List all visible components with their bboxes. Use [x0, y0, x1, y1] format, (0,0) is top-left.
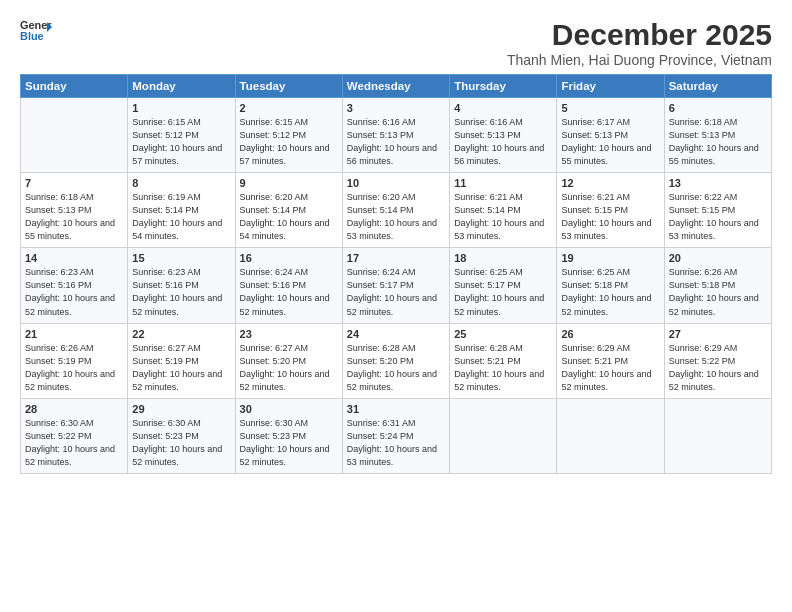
- cell-content: Sunrise: 6:19 AMSunset: 5:14 PMDaylight:…: [132, 191, 230, 243]
- calendar-cell: 27 Sunrise: 6:29 AMSunset: 5:22 PMDaylig…: [664, 323, 771, 398]
- calendar-cell: 9 Sunrise: 6:20 AMSunset: 5:14 PMDayligh…: [235, 173, 342, 248]
- calendar-cell: 30 Sunrise: 6:30 AMSunset: 5:23 PMDaylig…: [235, 398, 342, 473]
- cell-content: Sunrise: 6:30 AMSunset: 5:22 PMDaylight:…: [25, 417, 123, 469]
- day-number: 21: [25, 328, 123, 340]
- day-number: 17: [347, 252, 445, 264]
- cell-content: Sunrise: 6:23 AMSunset: 5:16 PMDaylight:…: [132, 266, 230, 318]
- cell-content: Sunrise: 6:29 AMSunset: 5:21 PMDaylight:…: [561, 342, 659, 394]
- title-block: December 2025 Thanh Mien, Hai Duong Prov…: [507, 18, 772, 68]
- day-number: 2: [240, 102, 338, 114]
- svg-text:Blue: Blue: [20, 30, 44, 42]
- day-number: 3: [347, 102, 445, 114]
- calendar-cell: 13 Sunrise: 6:22 AMSunset: 5:15 PMDaylig…: [664, 173, 771, 248]
- cell-content: Sunrise: 6:16 AMSunset: 5:13 PMDaylight:…: [347, 116, 445, 168]
- calendar-week-2: 7 Sunrise: 6:18 AMSunset: 5:13 PMDayligh…: [21, 173, 772, 248]
- day-number: 30: [240, 403, 338, 415]
- cell-content: Sunrise: 6:20 AMSunset: 5:14 PMDaylight:…: [347, 191, 445, 243]
- calendar-cell: 20 Sunrise: 6:26 AMSunset: 5:18 PMDaylig…: [664, 248, 771, 323]
- col-wednesday: Wednesday: [342, 75, 449, 98]
- header-row: Sunday Monday Tuesday Wednesday Thursday…: [21, 75, 772, 98]
- calendar-cell: 22 Sunrise: 6:27 AMSunset: 5:19 PMDaylig…: [128, 323, 235, 398]
- calendar-cell: 6 Sunrise: 6:18 AMSunset: 5:13 PMDayligh…: [664, 98, 771, 173]
- day-number: 4: [454, 102, 552, 114]
- cell-content: Sunrise: 6:30 AMSunset: 5:23 PMDaylight:…: [132, 417, 230, 469]
- cell-content: Sunrise: 6:26 AMSunset: 5:18 PMDaylight:…: [669, 266, 767, 318]
- day-number: 18: [454, 252, 552, 264]
- calendar-cell: 11 Sunrise: 6:21 AMSunset: 5:14 PMDaylig…: [450, 173, 557, 248]
- col-sunday: Sunday: [21, 75, 128, 98]
- calendar-cell: 10 Sunrise: 6:20 AMSunset: 5:14 PMDaylig…: [342, 173, 449, 248]
- calendar-cell: [450, 398, 557, 473]
- calendar-cell: 14 Sunrise: 6:23 AMSunset: 5:16 PMDaylig…: [21, 248, 128, 323]
- day-number: 19: [561, 252, 659, 264]
- col-friday: Friday: [557, 75, 664, 98]
- calendar-cell: 23 Sunrise: 6:27 AMSunset: 5:20 PMDaylig…: [235, 323, 342, 398]
- cell-content: Sunrise: 6:29 AMSunset: 5:22 PMDaylight:…: [669, 342, 767, 394]
- day-number: 28: [25, 403, 123, 415]
- col-monday: Monday: [128, 75, 235, 98]
- calendar-week-3: 14 Sunrise: 6:23 AMSunset: 5:16 PMDaylig…: [21, 248, 772, 323]
- calendar-week-1: 1 Sunrise: 6:15 AMSunset: 5:12 PMDayligh…: [21, 98, 772, 173]
- day-number: 6: [669, 102, 767, 114]
- calendar-week-4: 21 Sunrise: 6:26 AMSunset: 5:19 PMDaylig…: [21, 323, 772, 398]
- calendar-cell: 4 Sunrise: 6:16 AMSunset: 5:13 PMDayligh…: [450, 98, 557, 173]
- calendar-cell: 18 Sunrise: 6:25 AMSunset: 5:17 PMDaylig…: [450, 248, 557, 323]
- calendar-cell: 24 Sunrise: 6:28 AMSunset: 5:20 PMDaylig…: [342, 323, 449, 398]
- cell-content: Sunrise: 6:23 AMSunset: 5:16 PMDaylight:…: [25, 266, 123, 318]
- cell-content: Sunrise: 6:21 AMSunset: 5:15 PMDaylight:…: [561, 191, 659, 243]
- col-tuesday: Tuesday: [235, 75, 342, 98]
- day-number: 5: [561, 102, 659, 114]
- calendar-cell: 17 Sunrise: 6:24 AMSunset: 5:17 PMDaylig…: [342, 248, 449, 323]
- day-number: 7: [25, 177, 123, 189]
- day-number: 20: [669, 252, 767, 264]
- calendar-cell: 19 Sunrise: 6:25 AMSunset: 5:18 PMDaylig…: [557, 248, 664, 323]
- day-number: 29: [132, 403, 230, 415]
- day-number: 16: [240, 252, 338, 264]
- cell-content: Sunrise: 6:27 AMSunset: 5:19 PMDaylight:…: [132, 342, 230, 394]
- cell-content: Sunrise: 6:18 AMSunset: 5:13 PMDaylight:…: [25, 191, 123, 243]
- col-thursday: Thursday: [450, 75, 557, 98]
- cell-content: Sunrise: 6:25 AMSunset: 5:17 PMDaylight:…: [454, 266, 552, 318]
- calendar-cell: [557, 398, 664, 473]
- day-number: 10: [347, 177, 445, 189]
- calendar-cell: 3 Sunrise: 6:16 AMSunset: 5:13 PMDayligh…: [342, 98, 449, 173]
- calendar-week-5: 28 Sunrise: 6:30 AMSunset: 5:22 PMDaylig…: [21, 398, 772, 473]
- page: General Blue December 2025 Thanh Mien, H…: [0, 0, 792, 612]
- day-number: 15: [132, 252, 230, 264]
- day-number: 22: [132, 328, 230, 340]
- cell-content: Sunrise: 6:31 AMSunset: 5:24 PMDaylight:…: [347, 417, 445, 469]
- header: General Blue December 2025 Thanh Mien, H…: [20, 18, 772, 68]
- calendar-table: Sunday Monday Tuesday Wednesday Thursday…: [20, 74, 772, 474]
- calendar-cell: 15 Sunrise: 6:23 AMSunset: 5:16 PMDaylig…: [128, 248, 235, 323]
- cell-content: Sunrise: 6:22 AMSunset: 5:15 PMDaylight:…: [669, 191, 767, 243]
- cell-content: Sunrise: 6:16 AMSunset: 5:13 PMDaylight:…: [454, 116, 552, 168]
- day-number: 24: [347, 328, 445, 340]
- calendar-cell: [21, 98, 128, 173]
- cell-content: Sunrise: 6:28 AMSunset: 5:20 PMDaylight:…: [347, 342, 445, 394]
- calendar-cell: 16 Sunrise: 6:24 AMSunset: 5:16 PMDaylig…: [235, 248, 342, 323]
- calendar-cell: 1 Sunrise: 6:15 AMSunset: 5:12 PMDayligh…: [128, 98, 235, 173]
- calendar-cell: 8 Sunrise: 6:19 AMSunset: 5:14 PMDayligh…: [128, 173, 235, 248]
- logo-icon: General Blue: [20, 18, 52, 46]
- calendar-cell: 7 Sunrise: 6:18 AMSunset: 5:13 PMDayligh…: [21, 173, 128, 248]
- cell-content: Sunrise: 6:26 AMSunset: 5:19 PMDaylight:…: [25, 342, 123, 394]
- day-number: 1: [132, 102, 230, 114]
- calendar-cell: 26 Sunrise: 6:29 AMSunset: 5:21 PMDaylig…: [557, 323, 664, 398]
- calendar-cell: 31 Sunrise: 6:31 AMSunset: 5:24 PMDaylig…: [342, 398, 449, 473]
- day-number: 14: [25, 252, 123, 264]
- cell-content: Sunrise: 6:20 AMSunset: 5:14 PMDaylight:…: [240, 191, 338, 243]
- cell-content: Sunrise: 6:17 AMSunset: 5:13 PMDaylight:…: [561, 116, 659, 168]
- logo: General Blue: [20, 18, 52, 46]
- cell-content: Sunrise: 6:18 AMSunset: 5:13 PMDaylight:…: [669, 116, 767, 168]
- cell-content: Sunrise: 6:15 AMSunset: 5:12 PMDaylight:…: [240, 116, 338, 168]
- calendar-cell: 25 Sunrise: 6:28 AMSunset: 5:21 PMDaylig…: [450, 323, 557, 398]
- day-number: 25: [454, 328, 552, 340]
- cell-content: Sunrise: 6:28 AMSunset: 5:21 PMDaylight:…: [454, 342, 552, 394]
- calendar-cell: 28 Sunrise: 6:30 AMSunset: 5:22 PMDaylig…: [21, 398, 128, 473]
- cell-content: Sunrise: 6:27 AMSunset: 5:20 PMDaylight:…: [240, 342, 338, 394]
- col-saturday: Saturday: [664, 75, 771, 98]
- cell-content: Sunrise: 6:25 AMSunset: 5:18 PMDaylight:…: [561, 266, 659, 318]
- cell-content: Sunrise: 6:21 AMSunset: 5:14 PMDaylight:…: [454, 191, 552, 243]
- calendar-cell: 2 Sunrise: 6:15 AMSunset: 5:12 PMDayligh…: [235, 98, 342, 173]
- day-number: 23: [240, 328, 338, 340]
